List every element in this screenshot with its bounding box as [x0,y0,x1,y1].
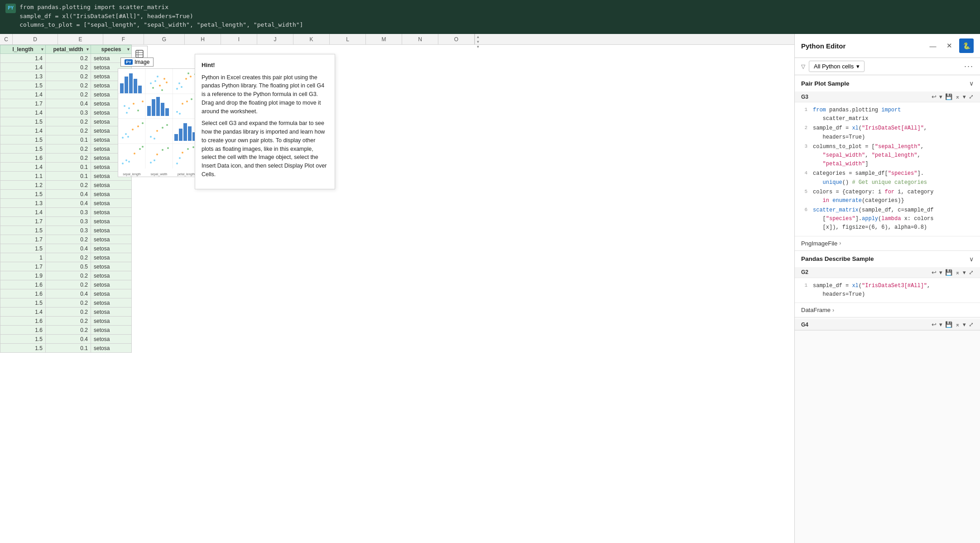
table-row[interactable]: 1.50.4setosa [0,335,426,344]
table-row[interactable]: 1.40.2setosa [0,308,426,317]
dataframe-link[interactable]: DataFrame › [795,303,980,317]
cell-empty-31-1 [173,335,209,344]
table-row[interactable]: 1.40.3setosa [0,208,426,217]
expand-icon-2[interactable]: ⤢ [969,269,974,276]
col-header-n-empty [390,45,426,54]
cell-species-25: setosa [91,280,132,289]
cell-petal-width-29: 0.2 [46,317,91,326]
table-row[interactable]: 1.50.4setosa [0,244,426,253]
scroll-down-arrow[interactable]: ▼ [476,40,480,44]
cell-empty-23-4 [281,262,317,271]
cell-empty-31-5 [317,335,354,344]
chevron-down-small-icon-3[interactable]: ▾ [939,321,942,328]
table-row[interactable]: 1.50.3setosa [0,226,426,235]
cell-l-length-0: 1.4 [0,54,46,63]
table-row[interactable]: 1.60.2setosa [0,280,426,289]
col-header-l-length[interactable]: l_length ▼ [0,45,46,54]
expand-icon[interactable]: ⤢ [969,93,974,100]
table-row[interactable]: 1.90.2setosa [0,271,426,280]
filter-dropdown[interactable]: All Python cells ▾ [809,61,865,72]
cell-empty-32-3 [245,344,281,353]
table-row[interactable]: 1.70.3setosa [0,217,426,226]
svg-rect-71 [183,123,187,141]
table-row[interactable]: 1.60.2setosa [0,326,426,335]
pandas-describe-header[interactable]: Pandas Describe Sample ∨ [795,251,980,267]
undo-icon-2[interactable]: ↩ [932,269,937,276]
chevron-down-run-icon-2[interactable]: ▾ [963,269,966,276]
table-row[interactable]: 1.60.4setosa [0,289,426,298]
cell-species-24: setosa [91,271,132,280]
cell-empty-32-5 [317,344,354,353]
col-headers: C D E F G H I J K L M N O ▲ ▼ ▼ [0,34,794,45]
table-row[interactable]: 1.50.1setosa [0,344,426,353]
save-icon[interactable]: 💾 [945,93,952,100]
minimize-button[interactable]: — [927,39,939,52]
expand-icon-3[interactable]: ⤢ [969,321,974,328]
run-icon[interactable]: ⌅ [955,93,960,100]
png-image-file-link[interactable]: PngImageFile › [795,236,980,250]
chevron-down-small-icon[interactable]: ▾ [939,93,942,100]
vertical-scrollbar[interactable]: ▲ ▼ ▼ [475,34,481,44]
col-header-h: H [185,34,221,44]
svg-point-89 [154,159,155,161]
cell-empty-7-7 [390,117,426,126]
pair-plot-section-header[interactable]: Pair Plot Sample ∨ [795,75,980,91]
cell-l-length-17: 1.4 [0,208,46,217]
chevron-down-run-icon[interactable]: ▾ [963,93,966,100]
editor-body[interactable]: Pair Plot Sample ∨ G3 ↩ ▾ 💾 ⌅ ▾ ⤢ [795,75,980,543]
cell-empty-12-7 [390,163,426,172]
scroll-up-arrow[interactable]: ▲ [476,35,480,39]
filter-icon-2[interactable]: ▼ [86,47,90,52]
cell-empty-23-2 [209,262,245,271]
table-row[interactable]: 1.70.2setosa [0,235,426,244]
close-button[interactable]: ✕ [943,39,956,52]
cell-empty-26-0 [132,289,173,298]
cell-empty-28-7 [390,308,426,317]
more-options-button[interactable]: ··· [964,62,974,71]
cell-empty-24-0 [132,271,173,280]
col-header-m-empty [354,45,390,54]
cell-species-16: setosa [91,199,132,208]
collapse-icon-pandas[interactable]: ∨ [969,255,974,263]
chevron-down-run-icon-3[interactable]: ▾ [963,321,966,328]
chevron-down-small-icon-2[interactable]: ▾ [939,269,942,276]
table-row[interactable]: 1.50.4setosa [0,190,426,199]
table-row[interactable]: 1.50.2setosa [0,298,426,308]
cell-empty-30-1 [173,326,209,335]
filter-icon-1[interactable]: ▼ [40,47,44,52]
py-image-tag[interactable]: PY Image [120,58,154,67]
table-row[interactable]: 1.60.2setosa [0,317,426,326]
col-header-j-empty [245,45,281,54]
cell-empty-24-3 [245,271,281,280]
table-row[interactable]: 1.30.4setosa [0,199,426,208]
save-icon-2[interactable]: 💾 [945,269,952,276]
col-header-l: L [330,34,366,44]
data-area: l_length ▼ petal_width ▼ species ▼ [0,45,794,543]
col-header-c: C [0,34,13,44]
cell-empty-27-2 [209,298,245,308]
python-icon-button[interactable]: 🐍 [959,38,974,53]
run-icon-3[interactable]: ⌅ [955,321,960,328]
g4-bar-icons: ↩ ▾ 💾 ⌅ ▾ ⤢ [932,321,974,328]
undo-icon-3[interactable]: ↩ [932,321,937,328]
cell-species-17: setosa [91,208,132,217]
cell-species-22: setosa [91,253,132,262]
cell-empty-16-2 [209,199,245,208]
col-header-species[interactable]: species ▼ [91,45,132,54]
col-header-petal-width[interactable]: petal_width ▼ [46,45,91,54]
pandas-line-num-1: 1 [801,282,807,299]
cell-empty-15-4 [281,190,317,199]
cell-l-length-21: 1.5 [0,244,46,253]
run-icon-2[interactable]: ⌅ [955,269,960,276]
table-row[interactable]: 10.2setosa [0,253,426,262]
cell-l-length-10: 1.5 [0,144,46,154]
svg-text:sepal_width: sepal_width [151,173,168,176]
filter-bar: ▽ All Python cells ▾ ··· [795,58,980,75]
undo-icon[interactable]: ↩ [932,93,937,100]
spreadsheet: C D E F G H I J K L M N O ▲ ▼ ▼ [0,34,794,543]
cell-petal-width-31: 0.4 [46,335,91,344]
collapse-icon-pair-plot[interactable]: ∨ [969,80,974,87]
save-icon-3[interactable]: 💾 [945,321,952,328]
table-row[interactable]: 1.70.5setosa [0,262,426,271]
cell-empty-20-3 [245,235,281,244]
